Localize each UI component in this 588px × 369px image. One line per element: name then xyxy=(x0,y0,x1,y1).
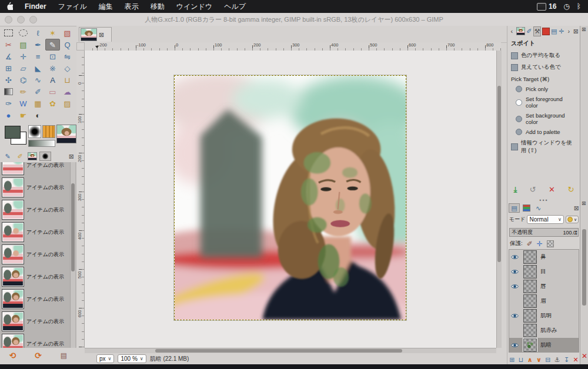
tool-unified-transform[interactable]: ✣ xyxy=(1,74,16,86)
history-item[interactable]: アイテムの表示 xyxy=(0,266,76,288)
delete-layer-button[interactable]: ✕ xyxy=(573,357,579,363)
tool-pencil[interactable]: ✏ xyxy=(16,86,31,98)
undo-button[interactable]: ⟲ xyxy=(9,351,16,360)
undo-history-scrollbar[interactable] xyxy=(70,162,75,348)
tool-ellipse-select[interactable] xyxy=(16,27,31,39)
tab-device-status-icon[interactable]: ✐ xyxy=(15,152,25,160)
left-dock-close-icon[interactable]: ⊠ xyxy=(69,153,74,160)
layer-row[interactable]: 唇 xyxy=(509,279,579,294)
active-image-preview[interactable] xyxy=(56,125,76,143)
menu-go[interactable]: 移動 xyxy=(145,2,171,12)
raise-layer-button[interactable]: ∧ xyxy=(527,357,533,363)
history-item[interactable]: アイテムの表示 xyxy=(0,243,76,266)
redo-button[interactable]: ⟳ xyxy=(35,351,42,360)
tool-select-by-color[interactable]: ▧ xyxy=(60,27,75,39)
input-source-badge[interactable]: 16 xyxy=(537,2,556,11)
checkbox-sample-merged[interactable]: 見えている色で xyxy=(511,63,576,71)
history-item[interactable]: アイテムの表示 xyxy=(0,199,76,221)
tool-airbrush[interactable]: ☁ xyxy=(60,86,75,98)
tool-shear[interactable]: ▱ xyxy=(16,62,31,74)
canvas-viewport[interactable] xyxy=(85,51,496,348)
dock-close-icon[interactable]: ⊠ xyxy=(582,201,586,206)
menu-help[interactable]: ヘルプ xyxy=(218,2,252,12)
history-item[interactable]: アイテムの表示 xyxy=(0,288,76,310)
tab-layers-icon[interactable]: ▤ xyxy=(509,203,520,213)
tool-measure[interactable]: ∡ xyxy=(1,51,16,62)
tool-rectangle-select[interactable] xyxy=(1,27,16,39)
visibility-eye-icon[interactable] xyxy=(511,269,520,274)
tool-zoom[interactable]: Q xyxy=(60,39,75,51)
tool-gradient[interactable] xyxy=(1,86,16,98)
tool-blur-sharpen[interactable]: ● xyxy=(1,109,16,121)
visibility-eye-icon[interactable] xyxy=(511,313,520,318)
mode-switch-dropdown[interactable]: ∨ xyxy=(566,216,579,223)
delete-preset-icon[interactable]: ✕ xyxy=(549,186,555,193)
dock-scrollbar[interactable] xyxy=(582,229,586,306)
tool-color-picker[interactable]: ✎ xyxy=(45,39,60,51)
tool-free-select[interactable]: ℓ xyxy=(31,27,45,39)
tool-crop[interactable]: ⊡ xyxy=(45,51,60,62)
layer-row[interactable]: 肌明 xyxy=(509,308,579,323)
tab-image-icon[interactable] xyxy=(516,27,525,36)
tool-heal[interactable]: ✿ xyxy=(45,98,60,109)
tab-navigation-icon[interactable]: ✛ xyxy=(559,27,565,36)
canvas-image[interactable] xyxy=(174,75,406,320)
history-item[interactable]: アイテムの表示 xyxy=(0,310,76,333)
tool-eraser[interactable]: ▭ xyxy=(45,86,60,98)
radio-add-to-palette[interactable]: Add to palette xyxy=(516,129,576,135)
lock-position-icon[interactable]: ✛ xyxy=(537,240,543,247)
lock-pixels-icon[interactable]: ✐ xyxy=(527,240,533,247)
zoom-dropdown[interactable]: 100 % ∨ xyxy=(118,354,146,363)
layer-row[interactable]: 鼻 xyxy=(509,250,579,264)
vertical-ruler[interactable]: 0100200300400500600 xyxy=(76,51,85,348)
bluetooth-icon[interactable]: ᛒ xyxy=(577,3,581,10)
visibility-eye-icon[interactable] xyxy=(511,254,520,260)
restore-preset-icon[interactable]: ↺ xyxy=(530,186,536,193)
lock-alpha-icon[interactable] xyxy=(547,240,554,247)
tool-paths[interactable]: ✒ xyxy=(31,39,45,51)
menu-finder[interactable]: Finder xyxy=(19,2,52,11)
active-brush-preview[interactable] xyxy=(28,125,41,138)
radio-set-foreground[interactable]: Set foreground color xyxy=(516,96,576,109)
menu-view[interactable]: 表示 xyxy=(119,2,145,12)
visibility-eye-icon[interactable] xyxy=(511,343,520,348)
tab-undo-history-icon[interactable] xyxy=(39,152,51,161)
tool-align[interactable]: ≡ xyxy=(31,51,45,62)
new-layer-button[interactable]: ⊞ xyxy=(509,357,514,363)
history-item[interactable]: アイテムの表示 xyxy=(0,162,76,176)
tool-mypaint-brush[interactable]: W xyxy=(16,98,31,109)
tool-scale[interactable]: ⊞ xyxy=(1,62,16,74)
tab-scroll-left-icon[interactable]: ‹ xyxy=(509,27,515,36)
tab-scroll-right-icon[interactable]: › xyxy=(566,27,572,36)
tab-layers-icon[interactable]: ▤ xyxy=(551,27,557,36)
dock-delete-icon[interactable]: ✕ xyxy=(582,353,587,360)
tool-ink[interactable]: ✑ xyxy=(1,98,16,109)
tool-fuzzy-select[interactable]: ✶ xyxy=(45,27,60,39)
tool-paintbrush[interactable]: ✐ xyxy=(31,86,45,98)
tool-move[interactable]: ✛ xyxy=(16,51,31,62)
tool-bucket-fill[interactable]: ⊔ xyxy=(60,74,75,86)
right-dock-close-icon[interactable]: ⊠ xyxy=(573,28,579,35)
tool-clone[interactable]: ▦ xyxy=(31,98,45,109)
dock-drag-handle[interactable]: ••• xyxy=(507,197,580,203)
visibility-eye-icon[interactable] xyxy=(511,284,520,289)
tool-handle-transform[interactable]: ※ xyxy=(45,62,60,74)
ruler-corner[interactable] xyxy=(76,42,85,51)
duplicate-layer-button[interactable]: ⊟ xyxy=(545,357,550,363)
checkbox-sample-average[interactable]: 色の平均を取る xyxy=(511,52,576,59)
dock-close-icon[interactable]: ⊠ xyxy=(582,27,586,32)
layer-row[interactable]: 目 xyxy=(509,264,579,279)
horizontal-ruler[interactable]: -200-1000100200300400500600700800 xyxy=(85,42,501,51)
foreground-color-swatch[interactable] xyxy=(5,126,21,139)
tool-perspective[interactable]: ◣ xyxy=(31,62,45,74)
new-group-button[interactable]: ⊔ xyxy=(519,357,524,363)
merge-down-button[interactable]: ↧ xyxy=(564,357,569,363)
unit-dropdown[interactable]: px ∨ xyxy=(96,354,114,363)
tab-channels-icon[interactable] xyxy=(522,204,532,212)
lower-layer-button[interactable]: ∨ xyxy=(536,357,542,363)
history-item[interactable]: アイテムの表示 xyxy=(0,176,76,199)
tab-image-icon[interactable] xyxy=(27,152,38,160)
radio-set-background[interactable]: Set background color xyxy=(516,112,576,125)
active-pattern-preview[interactable] xyxy=(42,125,55,138)
canvas-vertical-scrollbar[interactable] xyxy=(496,51,502,348)
